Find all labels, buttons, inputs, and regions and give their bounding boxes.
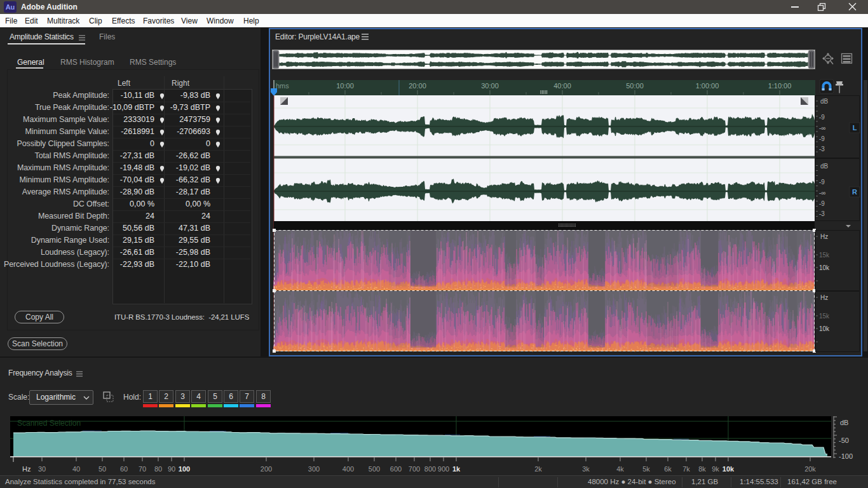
- svg-text:600: 600: [390, 465, 402, 473]
- svg-text:20k: 20k: [804, 465, 816, 473]
- svg-text:800: 800: [424, 465, 436, 473]
- svg-text:Scanned Selection: Scanned Selection: [17, 419, 81, 428]
- svg-text:hms: hms: [276, 82, 289, 90]
- svg-text:8k: 8k: [698, 465, 706, 473]
- svg-text:-3: -3: [819, 210, 825, 217]
- svg-text:90: 90: [168, 465, 175, 473]
- svg-text:30: 30: [38, 465, 46, 473]
- svg-text:-100: -100: [839, 452, 853, 460]
- svg-text:-3: -3: [819, 146, 825, 152]
- svg-text:7k: 7k: [682, 465, 690, 473]
- svg-text:-∞: -∞: [819, 189, 825, 196]
- svg-text:Hz: Hz: [22, 465, 31, 473]
- svg-text:30:00: 30:00: [481, 82, 499, 90]
- svg-text:300: 300: [308, 465, 320, 473]
- svg-text:R: R: [852, 188, 857, 196]
- svg-text:15k: 15k: [819, 252, 830, 259]
- svg-text:400: 400: [342, 465, 354, 473]
- svg-text:5k: 5k: [642, 465, 650, 473]
- svg-text:70: 70: [139, 465, 146, 473]
- svg-text:-∞: -∞: [819, 125, 825, 132]
- svg-text:900: 900: [438, 465, 449, 473]
- svg-text:700: 700: [409, 465, 420, 473]
- svg-text:4k: 4k: [616, 465, 624, 473]
- svg-text:6k: 6k: [664, 465, 672, 473]
- svg-text:500: 500: [369, 465, 380, 473]
- svg-text:10k: 10k: [819, 264, 830, 271]
- svg-text:60: 60: [120, 465, 128, 473]
- svg-text:dB: dB: [820, 163, 829, 170]
- svg-text:Hz: Hz: [820, 294, 828, 301]
- svg-text:-50: -50: [839, 437, 849, 444]
- svg-text:3k: 3k: [582, 465, 590, 473]
- svg-text:L: L: [853, 124, 857, 132]
- svg-text:20:00: 20:00: [409, 82, 426, 90]
- svg-text:dB: dB: [820, 98, 829, 105]
- svg-text:-9: -9: [819, 179, 825, 186]
- svg-text:50:00: 50:00: [626, 82, 644, 90]
- svg-text:15k: 15k: [819, 313, 830, 320]
- svg-text:40: 40: [72, 465, 80, 473]
- svg-text:40:00: 40:00: [553, 82, 571, 90]
- svg-text:80: 80: [154, 465, 162, 473]
- svg-text:1k: 1k: [452, 465, 461, 473]
- svg-text:9k: 9k: [712, 465, 719, 473]
- svg-text:1:00:00: 1:00:00: [696, 82, 719, 90]
- svg-text:2k: 2k: [534, 465, 542, 473]
- svg-text:200: 200: [261, 465, 272, 473]
- svg-text:1:10:00: 1:10:00: [768, 82, 792, 90]
- svg-text:Hz: Hz: [820, 233, 828, 240]
- svg-text:Editor: PurpleLV14A1.ape: Editor: PurpleLV14A1.ape: [275, 32, 360, 41]
- svg-text:dB: dB: [840, 419, 848, 426]
- svg-text:-9: -9: [819, 135, 825, 142]
- svg-text:10k: 10k: [722, 465, 735, 473]
- svg-text:50: 50: [98, 465, 106, 473]
- svg-text:-9: -9: [819, 200, 825, 207]
- svg-text:100: 100: [179, 465, 190, 473]
- svg-text:10:00: 10:00: [336, 82, 354, 90]
- svg-text:10k: 10k: [819, 325, 830, 332]
- svg-text:-9: -9: [819, 114, 825, 121]
